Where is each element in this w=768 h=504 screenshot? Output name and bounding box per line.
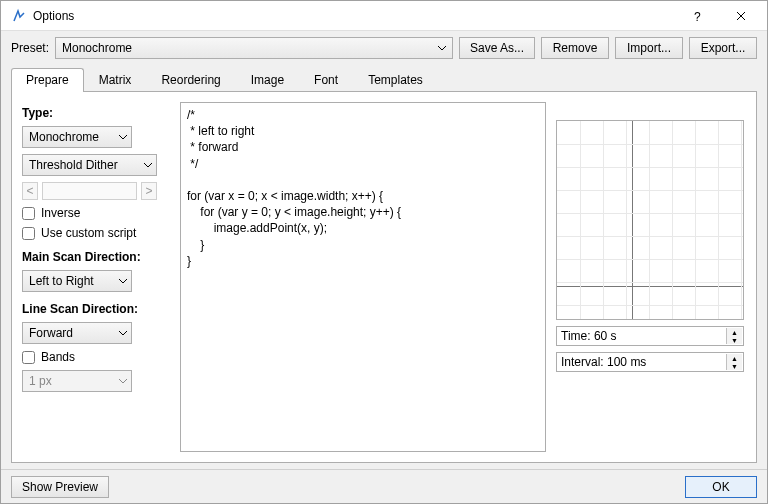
line-scan-combo[interactable]: Forward: [22, 322, 132, 344]
bands-checkbox[interactable]: Bands: [22, 350, 170, 364]
preset-value: Monochrome: [62, 41, 132, 55]
preset-label: Preset:: [11, 41, 49, 55]
custom-script-checkbox[interactable]: Use custom script: [22, 226, 170, 240]
tab-templates[interactable]: Templates: [353, 68, 438, 92]
chevron-down-icon: [119, 331, 127, 336]
tab-prepare[interactable]: Prepare: [11, 68, 84, 92]
app-icon: [11, 8, 27, 24]
bands-value-combo: 1 px: [22, 370, 132, 392]
preset-toolbar: Preset: Monochrome Save As... Remove Imp…: [1, 31, 767, 65]
main-scan-heading: Main Scan Direction:: [22, 250, 170, 264]
titlebar: Options ?: [1, 1, 767, 31]
spin-down-icon[interactable]: ▼: [726, 362, 742, 370]
chevron-down-icon: [119, 279, 127, 284]
preview-grid: [556, 120, 744, 320]
options-dialog: Options ? Preset: Monochrome Save As... …: [0, 0, 768, 504]
dialog-footer: Show Preview OK: [1, 469, 767, 503]
tab-image[interactable]: Image: [236, 68, 299, 92]
threshold-slider: < >: [22, 182, 157, 200]
tab-bar: Prepare Matrix Reordering Image Font Tem…: [1, 67, 767, 91]
main-scan-combo[interactable]: Left to Right: [22, 270, 132, 292]
tab-reordering[interactable]: Reordering: [146, 68, 235, 92]
ok-button[interactable]: OK: [685, 476, 757, 498]
chevron-down-icon: [144, 163, 152, 168]
window-title: Options: [33, 9, 675, 23]
svg-text:?: ?: [694, 10, 701, 23]
close-button[interactable]: [719, 2, 763, 30]
spin-down-icon[interactable]: ▼: [726, 336, 742, 344]
remove-button[interactable]: Remove: [541, 37, 609, 59]
preset-combo[interactable]: Monochrome: [55, 37, 453, 59]
chevron-down-icon: [438, 46, 446, 51]
inverse-checkbox[interactable]: Inverse: [22, 206, 170, 220]
export-button[interactable]: Export...: [689, 37, 757, 59]
import-button[interactable]: Import...: [615, 37, 683, 59]
left-column: Type: Monochrome Threshold Dither < > In…: [22, 102, 170, 452]
spin-up-icon[interactable]: ▲: [726, 354, 742, 362]
slider-right-button[interactable]: >: [141, 182, 157, 200]
dither-combo[interactable]: Threshold Dither: [22, 154, 157, 176]
time-spinner[interactable]: Time: 60 s ▲▼: [556, 326, 744, 346]
tab-font[interactable]: Font: [299, 68, 353, 92]
tab-matrix[interactable]: Matrix: [84, 68, 147, 92]
grid-axis-h: [557, 286, 743, 287]
help-button[interactable]: ?: [675, 2, 719, 30]
interval-spin-buttons[interactable]: ▲▼: [726, 354, 742, 370]
grid-axis-v: [632, 121, 633, 319]
bands-checkbox-input[interactable]: [22, 351, 35, 364]
custom-script-checkbox-input[interactable]: [22, 227, 35, 240]
script-textarea[interactable]: /* * left to right * forward */ for (var…: [180, 102, 546, 452]
type-combo[interactable]: Monochrome: [22, 126, 132, 148]
inverse-checkbox-input[interactable]: [22, 207, 35, 220]
type-heading: Type:: [22, 106, 170, 120]
tab-panel: Type: Monochrome Threshold Dither < > In…: [11, 91, 757, 463]
slider-left-button[interactable]: <: [22, 182, 38, 200]
right-column: Time: 60 s ▲▼ Interval: 100 ms ▲▼: [556, 102, 746, 452]
time-spin-buttons[interactable]: ▲▼: [726, 328, 742, 344]
slider-track[interactable]: [42, 182, 137, 200]
chevron-down-icon: [119, 135, 127, 140]
save-as-button[interactable]: Save As...: [459, 37, 535, 59]
spin-up-icon[interactable]: ▲: [726, 328, 742, 336]
line-scan-heading: Line Scan Direction:: [22, 302, 170, 316]
chevron-down-icon: [119, 379, 127, 384]
interval-spinner[interactable]: Interval: 100 ms ▲▼: [556, 352, 744, 372]
show-preview-button[interactable]: Show Preview: [11, 476, 109, 498]
